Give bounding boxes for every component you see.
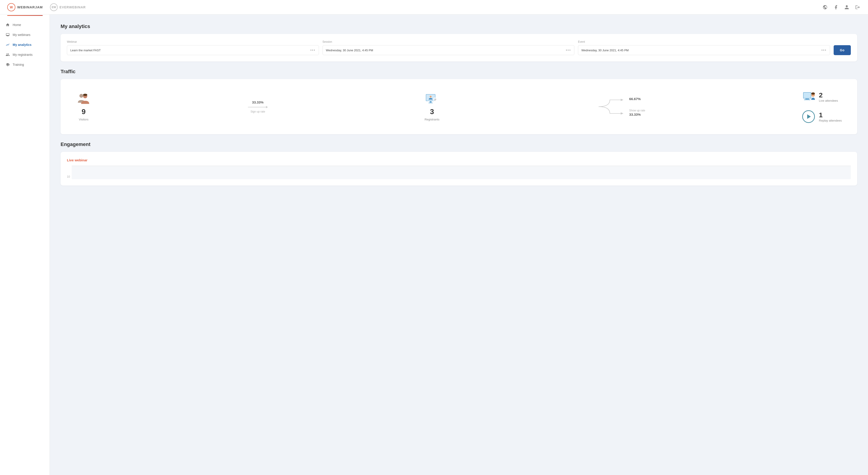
event-label: Event [578, 40, 830, 43]
live-attendees-icon-box [802, 90, 815, 103]
session-selector[interactable]: Wednesday, 30 June 2021, 4:45 PM ••• [322, 45, 575, 55]
header: W WEBINARJAM EW EVERWEBINAR [0, 0, 868, 14]
traffic-flow: 9 Visitors 33.33% Sign up rate [67, 86, 851, 128]
page-title: My analytics [61, 24, 857, 29]
sidebar-item-my-registrants[interactable]: My registrants [0, 50, 50, 60]
visitors-stat: 9 Visitors [76, 92, 91, 121]
wj-logo-circle: W [7, 3, 16, 11]
registrants-icon [424, 92, 440, 106]
signup-rate: 33.33% [252, 100, 264, 104]
engagement-chart-svg [72, 166, 851, 179]
registrants-label: Registrants [425, 118, 439, 121]
svg-marker-13 [621, 112, 623, 115]
webinar-col: Webinar Learn the market FAST ••• [67, 40, 319, 55]
replay-count: 1 [819, 111, 842, 119]
engagement-chart [72, 166, 851, 179]
replay-play-icon [807, 114, 811, 119]
svg-rect-6 [429, 103, 433, 103]
header-actions [822, 4, 861, 10]
fork-rates: 66.67% Show up rate 33.33% [629, 97, 645, 116]
registrants-count: 3 [430, 107, 434, 116]
svg-rect-16 [805, 98, 809, 99]
sidebar-item-training[interactable]: Training [0, 60, 50, 70]
replay-attendees-row: 1 Replay attendees [802, 110, 842, 123]
svg-point-2 [83, 94, 87, 96]
main-layout: Home My webinars My analytics My registr… [0, 14, 868, 475]
main-content: My analytics Webinar Learn the market FA… [50, 14, 868, 475]
fork-arrows-icon [596, 95, 626, 118]
traffic-card: 9 Visitors 33.33% Sign up rate [61, 79, 857, 134]
sidebar-item-my-webinars[interactable]: My webinars [0, 30, 50, 40]
event-dots: ••• [822, 48, 827, 52]
webinarjam-logo[interactable]: W WEBINARJAM [7, 3, 43, 11]
chart-row: 10 [67, 166, 851, 179]
svg-rect-15 [804, 93, 811, 98]
ew-logo-circle: EW [50, 3, 58, 11]
session-col: Session Wednesday, 30 June 2021, 4:45 PM… [322, 40, 575, 55]
signup-arrow: 33.33% Sign up rate [248, 100, 268, 113]
webinar-value: Learn the market FAST [70, 49, 101, 52]
registrants-icon [5, 53, 10, 57]
svg-point-19 [811, 92, 815, 95]
sidebar-label-my-webinars: My webinars [13, 33, 31, 37]
svg-rect-5 [430, 101, 432, 103]
svg-marker-12 [621, 99, 623, 101]
event-selector[interactable]: Wednesday, 30 June 2021, 4:45 PM ••• [578, 45, 830, 55]
user-icon[interactable] [844, 4, 850, 10]
visitors-count: 9 [82, 107, 86, 116]
traffic-title: Traffic [61, 69, 857, 74]
chart-y-label: 10 [67, 175, 70, 179]
session-value: Wednesday, 30 June 2021, 4:45 PM [326, 49, 373, 52]
go-button[interactable]: Go [834, 45, 851, 55]
live-attendees-row: 2 Live attendees [802, 90, 842, 103]
signup-label: Sign up rate [250, 110, 265, 113]
session-dots: ••• [566, 48, 571, 52]
logout-icon[interactable] [855, 4, 861, 10]
replay-label: Replay attendees [819, 119, 842, 122]
session-label: Session [322, 40, 575, 43]
analytics-icon [5, 42, 10, 47]
visitors-label: Visitors [79, 118, 88, 121]
event-col: Event Wednesday, 30 June 2021, 4:45 PM •… [578, 40, 830, 55]
globe-icon[interactable] [822, 4, 828, 10]
live-count: 2 [819, 91, 838, 99]
svg-point-0 [79, 94, 83, 98]
sidebar-label-training: Training [13, 63, 24, 66]
event-value: Wednesday, 30 June 2021, 4:45 PM [581, 49, 629, 52]
fork-section: 66.67% Show up rate 33.33% [596, 95, 645, 118]
sidebar-label-home: Home [13, 23, 21, 27]
analytics-selector-card: Webinar Learn the market FAST ••• Sessio… [61, 34, 857, 61]
replay-rate: 33.33% [629, 113, 645, 116]
live-webinar-subtitle: Live webinar [67, 158, 851, 162]
sidebar-label-my-registrants: My registrants [13, 53, 33, 57]
wj-logo-text: WEBINARJAM [17, 5, 43, 9]
training-icon [5, 62, 10, 67]
live-attendees-icon [802, 90, 815, 103]
svg-rect-17 [804, 99, 810, 100]
live-label: Live attendees [819, 99, 838, 102]
showup-label: Show up rate [629, 109, 645, 112]
facebook-icon[interactable] [833, 4, 839, 10]
svg-point-7 [430, 96, 432, 98]
selector-row: Webinar Learn the market FAST ••• Sessio… [67, 40, 851, 55]
replay-attendees-icon [802, 110, 815, 123]
webinar-dots: ••• [310, 48, 315, 52]
webinar-selector[interactable]: Learn the market FAST ••• [67, 45, 319, 55]
sidebar-label-my-analytics: My analytics [13, 43, 31, 46]
webinars-icon [5, 33, 10, 37]
engagement-card: Live webinar 10 [61, 152, 857, 186]
header-logos: W WEBINARJAM EW EVERWEBINAR [7, 3, 86, 11]
visitors-icon [76, 92, 91, 106]
live-rate: 66.67% [629, 97, 645, 101]
sidebar: Home My webinars My analytics My registr… [0, 14, 50, 475]
webinar-label: Webinar [67, 40, 319, 43]
sidebar-item-my-analytics[interactable]: My analytics [0, 40, 50, 50]
everwebinar-logo[interactable]: EW EVERWEBINAR [50, 3, 86, 11]
sidebar-item-home[interactable]: Home [0, 20, 50, 30]
home-icon [5, 23, 10, 27]
replay-icon-box [802, 110, 815, 123]
engagement-title: Engagement [61, 141, 857, 147]
right-stats: 2 Live attendees 1 Replay [802, 90, 842, 123]
registrants-stat: 3 Registrants [424, 92, 440, 121]
ew-logo-text: EVERWEBINAR [59, 5, 86, 9]
